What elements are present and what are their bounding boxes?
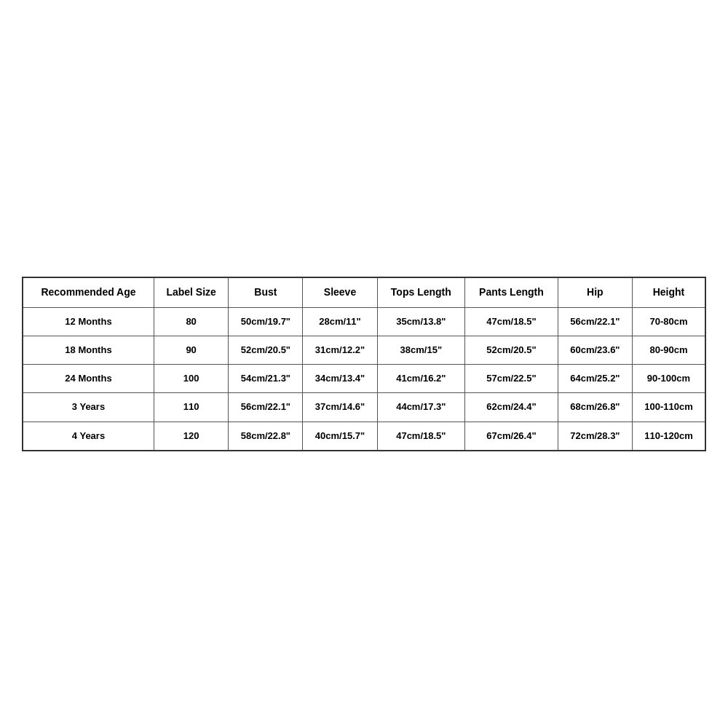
cell-tops-length: 44cm/17.3" (377, 393, 465, 422)
cell-label-size: 120 (154, 422, 228, 451)
table-row: 12 Months8050cm/19.7"28cm/11"35cm/13.8"4… (23, 307, 705, 336)
table-row: 4 Years12058cm/22.8"40cm/15.7"47cm/18.5"… (23, 422, 705, 451)
table-header-row: Recommended Age Label Size Bust Sleeve T… (23, 277, 705, 307)
header-height: Height (632, 277, 705, 307)
cell-label-size: 100 (154, 365, 228, 393)
header-hip: Hip (558, 277, 632, 307)
cell-pants-length: 52cm/20.5" (465, 336, 558, 365)
cell-hip: 64cm/25.2" (558, 365, 632, 393)
cell-hip: 72cm/28.3" (558, 422, 632, 451)
cell-hip: 68cm/26.8" (558, 393, 632, 422)
header-recommended-age: Recommended Age (23, 277, 154, 307)
cell-age: 24 Months (23, 365, 154, 393)
size-chart-table: Recommended Age Label Size Bust Sleeve T… (22, 277, 706, 451)
cell-label-size: 90 (154, 336, 228, 365)
table-row: 24 Months10054cm/21.3"34cm/13.4"41cm/16.… (23, 365, 705, 393)
cell-age: 4 Years (23, 422, 154, 451)
cell-height: 90-100cm (632, 365, 705, 393)
cell-tops-length: 47cm/18.5" (377, 422, 465, 451)
size-chart-container: Recommended Age Label Size Bust Sleeve T… (15, 262, 713, 466)
cell-bust: 58cm/22.8" (229, 422, 303, 451)
cell-bust: 52cm/20.5" (229, 336, 303, 365)
cell-hip: 56cm/22.1" (558, 307, 632, 336)
cell-pants-length: 62cm/24.4" (465, 393, 558, 422)
header-bust: Bust (229, 277, 303, 307)
cell-label-size: 110 (154, 393, 228, 422)
cell-height: 70-80cm (632, 307, 705, 336)
header-label-size: Label Size (154, 277, 228, 307)
cell-pants-length: 47cm/18.5" (465, 307, 558, 336)
cell-age: 12 Months (23, 307, 154, 336)
cell-sleeve: 28cm/11" (303, 307, 377, 336)
cell-sleeve: 34cm/13.4" (303, 365, 377, 393)
table-row: 3 Years11056cm/22.1"37cm/14.6"44cm/17.3"… (23, 393, 705, 422)
cell-hip: 60cm/23.6" (558, 336, 632, 365)
cell-height: 80-90cm (632, 336, 705, 365)
cell-tops-length: 41cm/16.2" (377, 365, 465, 393)
cell-age: 18 Months (23, 336, 154, 365)
cell-pants-length: 67cm/26.4" (465, 422, 558, 451)
cell-tops-length: 38cm/15" (377, 336, 465, 365)
table-row: 18 Months9052cm/20.5"31cm/12.2"38cm/15"5… (23, 336, 705, 365)
cell-height: 100-110cm (632, 393, 705, 422)
cell-bust: 50cm/19.7" (229, 307, 303, 336)
cell-age: 3 Years (23, 393, 154, 422)
cell-sleeve: 40cm/15.7" (303, 422, 377, 451)
header-sleeve: Sleeve (303, 277, 377, 307)
table-body: 12 Months8050cm/19.7"28cm/11"35cm/13.8"4… (23, 307, 705, 450)
cell-sleeve: 31cm/12.2" (303, 336, 377, 365)
cell-height: 110-120cm (632, 422, 705, 451)
cell-pants-length: 57cm/22.5" (465, 365, 558, 393)
cell-label-size: 80 (154, 307, 228, 336)
cell-bust: 56cm/22.1" (229, 393, 303, 422)
header-tops-length: Tops Length (377, 277, 465, 307)
header-pants-length: Pants Length (465, 277, 558, 307)
cell-sleeve: 37cm/14.6" (303, 393, 377, 422)
cell-tops-length: 35cm/13.8" (377, 307, 465, 336)
cell-bust: 54cm/21.3" (229, 365, 303, 393)
